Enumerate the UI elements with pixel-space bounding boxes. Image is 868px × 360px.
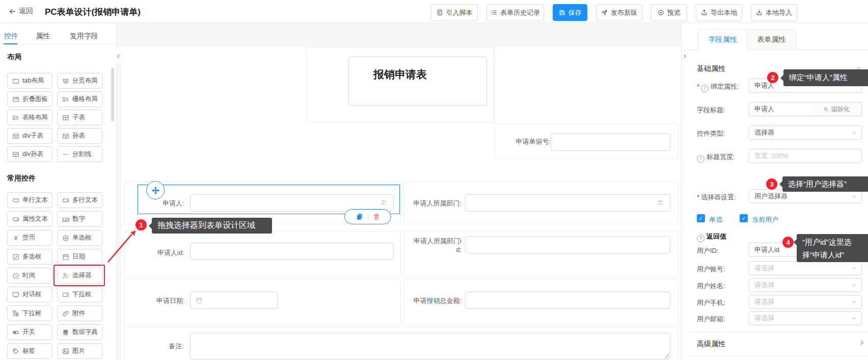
widget-multiline-text[interactable]: 多行文本 — [57, 192, 102, 208]
field-block-order-no[interactable]: 申请单据号: — [494, 123, 679, 159]
widget-data-dictionary[interactable]: 数据字典 — [57, 324, 102, 340]
widget-attachment[interactable]: 附件 — [57, 305, 102, 321]
widget-subtable[interactable]: 子表 — [57, 110, 102, 125]
widget-checkbox[interactable]: 多选框 — [7, 249, 52, 265]
applicant-dept-id-input[interactable] — [465, 236, 670, 253]
question-circle-icon[interactable]: ? — [697, 155, 704, 163]
title-width-input[interactable]: 宽度: 100% — [749, 149, 862, 163]
user-account-select[interactable]: 请选择 — [749, 261, 862, 275]
single-select-label[interactable]: 单选 — [709, 215, 722, 224]
save-icon — [559, 9, 565, 16]
widget-dropdown-tree[interactable]: 下拉树 — [7, 305, 52, 321]
field-block-applicant-id[interactable]: 申请人id: — [124, 232, 401, 277]
applicant-dept-input[interactable] — [465, 194, 670, 212]
publish-button[interactable]: 发布新版 — [596, 4, 642, 21]
widget-currency[interactable]: ¥货币 — [7, 230, 52, 246]
widget-tag[interactable]: 标签 — [7, 343, 52, 359]
tooltip-text: 绑定“申请人”属性 — [789, 73, 868, 83]
widget-grid-layout[interactable]: 栅格布局 — [57, 91, 102, 107]
trash-icon[interactable] — [373, 213, 380, 220]
tab-form-properties[interactable]: 表单属性 — [747, 29, 796, 50]
apply-date-input[interactable] — [190, 292, 278, 309]
section-divider — [689, 355, 868, 356]
tab-field-properties[interactable]: 字段属性 — [698, 29, 747, 50]
field-block-applicant-dept[interactable]: 申请人所属部门: — [403, 182, 679, 224]
import-script-button[interactable]: 引入脚本 — [431, 4, 478, 21]
advanced-section-title[interactable]: 高级属性 — [697, 340, 725, 349]
field-label-line1: 申请人所属部门i — [411, 237, 462, 246]
widget-tab-layout[interactable]: tab布局 — [7, 73, 52, 89]
field-block-apply-date[interactable]: 申请日期: — [124, 279, 401, 325]
widget-switch[interactable]: 开关 — [7, 324, 52, 340]
i18n-button[interactable]: 国际化 — [811, 102, 862, 116]
radio-icon — [62, 235, 69, 242]
user-name-select[interactable]: 请选择 — [749, 278, 862, 292]
user-email-select[interactable]: 请选择 — [749, 311, 862, 325]
chevron-right-icon[interactable] — [859, 340, 865, 346]
resize-handle-icon[interactable] — [664, 353, 669, 358]
widget-date[interactable]: 日期 — [57, 249, 102, 265]
remark-textarea[interactable] — [190, 333, 670, 359]
tab-reusable-fields[interactable]: 复用字段 — [70, 32, 98, 41]
current-user-label[interactable]: 当前用户 — [752, 215, 778, 224]
control-type-select[interactable]: 选择器 — [749, 125, 862, 140]
save-button[interactable]: 保存 — [553, 4, 587, 21]
section-title-common: 常用控件 — [7, 174, 36, 183]
single-select-checkbox[interactable] — [697, 214, 705, 222]
header-bar: 返回 PC表单设计(报销申请单) 引入脚本 表单历史记录 保存 发布新版 预览 … — [0, 0, 868, 23]
preview-button[interactable]: 预览 — [651, 4, 687, 21]
step4-tooltip: “用户id”这里选 择“申请人id” — [797, 234, 868, 262]
time-icon — [12, 272, 19, 279]
widget-time[interactable]: 时间 — [7, 268, 52, 284]
control-type-label: 控件类型: — [697, 129, 725, 138]
tab-widgets[interactable]: 控件 — [4, 32, 18, 41]
field-label: 申请报销总金额: — [408, 296, 462, 305]
copy-icon[interactable] — [356, 213, 363, 220]
form-title-block[interactable]: 报销申请表 — [306, 47, 494, 122]
form-title-box[interactable]: 报销申请表 — [348, 57, 487, 106]
arrow-left-icon — [8, 8, 16, 15]
chevron-down-icon — [851, 130, 857, 136]
button-label: 保存 — [568, 8, 582, 17]
widget-radio[interactable]: 单选框 — [57, 230, 102, 246]
div-subtable-icon — [12, 133, 19, 140]
widget-image[interactable]: 图片 — [57, 343, 102, 359]
collapse-panel-icon — [12, 96, 19, 103]
widget-collapse-panel[interactable]: 折叠面板 — [7, 91, 52, 107]
field-block-total-amount[interactable]: 申请报销总金额: — [403, 279, 679, 325]
question-circle-icon[interactable]: ? — [697, 235, 704, 242]
sidebar-scrollbar[interactable] — [111, 68, 114, 121]
widget-user-selector[interactable]: 选择器 — [57, 268, 102, 284]
drag-move-handle[interactable] — [146, 181, 165, 199]
import-local-button[interactable]: 本地导入 — [751, 4, 797, 21]
widget-grandchild-table[interactable]: 孙表 — [57, 128, 102, 144]
order-no-input[interactable] — [551, 134, 670, 151]
field-label: 申请日期: — [156, 296, 185, 305]
form-history-button[interactable]: 表单历史记录 — [486, 4, 544, 21]
field-block-applicant-dept-id[interactable]: 申请人所属部门i d: — [403, 232, 679, 277]
widget-single-line-text[interactable]: 单行文本 — [7, 192, 52, 208]
field-title-input[interactable]: 申请人 — [749, 102, 812, 116]
widget-property-text[interactable]: 属性文本 — [7, 211, 52, 227]
applicant-id-input[interactable] — [190, 243, 394, 260]
widget-div-subtable[interactable]: div子表 — [7, 128, 52, 144]
user-phone-select[interactable]: 请选择 — [749, 295, 862, 309]
question-circle-icon[interactable]: ? — [701, 85, 709, 92]
back-button[interactable]: 返回 — [8, 7, 33, 16]
required-asterisk: * — [697, 83, 699, 90]
widget-dropdown[interactable]: 下拉框 — [57, 287, 102, 302]
current-user-checkbox[interactable] — [740, 214, 748, 222]
export-local-button[interactable]: 导出本地 — [696, 4, 742, 21]
widget-number[interactable]: 123数字 — [57, 211, 102, 227]
widget-table-layout[interactable]: 表格布局 — [7, 110, 52, 125]
widget-div-grandchild-table[interactable]: div孙表 — [7, 146, 52, 162]
widget-divider-line[interactable]: 分割线 — [57, 146, 102, 162]
basic-section-title: 基础属性 — [697, 64, 725, 73]
total-amount-input[interactable] — [465, 292, 670, 309]
i18n-label: 国际化 — [831, 105, 850, 114]
widget-pagination-layout[interactable]: 分页布局 — [57, 73, 102, 89]
widget-label: 开关 — [22, 328, 35, 337]
widget-dialog[interactable]: 对话框 — [7, 287, 52, 302]
field-block-remark[interactable]: 备注: — [124, 327, 679, 360]
tab-properties[interactable]: 属性 — [36, 32, 50, 41]
